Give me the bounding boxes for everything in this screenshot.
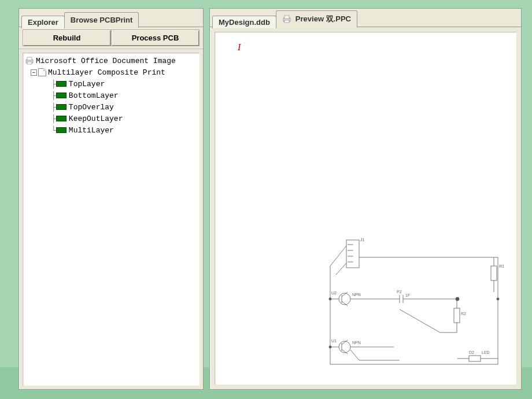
tab-mydesign-label: MyDesign.ddb <box>219 18 270 27</box>
tab-preview[interactable]: Preview 双.PPC <box>276 10 357 28</box>
printer-icon <box>25 57 34 65</box>
preview-canvas[interactable]: I <box>213 31 518 386</box>
tree-root[interactable]: Microsoft Office Document Image <box>24 55 198 66</box>
tab-browse-pcbprint[interactable]: Browse PCBPrint <box>64 12 139 28</box>
svg-rect-10 <box>346 240 359 268</box>
label-npn2: NPN <box>352 341 361 345</box>
rebuild-button-label: Rebuild <box>53 34 81 42</box>
svg-rect-1 <box>27 57 32 60</box>
svg-line-17 <box>336 263 346 275</box>
layer-icon <box>56 81 66 87</box>
right-tab-row: MyDesign.ddb Preview 双.PPC <box>210 9 521 27</box>
svg-point-21 <box>339 293 350 305</box>
svg-point-47 <box>329 298 331 300</box>
tree-root-label: Microsoft Office Document Image <box>36 57 176 65</box>
tree-line: ├ <box>51 114 56 123</box>
label-j1: J1 <box>360 238 365 242</box>
svg-rect-31 <box>454 308 460 323</box>
document-icon <box>38 68 46 76</box>
tree-line: ├ <box>51 103 56 112</box>
svg-line-38 <box>342 340 348 345</box>
tree-layer-label: KeepOutLayer <box>69 114 123 123</box>
rebuild-button[interactable]: Rebuild <box>23 29 111 46</box>
button-row: Rebuild Process PCB <box>19 27 203 49</box>
svg-rect-44 <box>469 356 481 361</box>
printer-icon <box>282 15 291 23</box>
tree-line: ├ <box>51 91 56 100</box>
layer-icon <box>56 127 66 133</box>
tab-explorer[interactable]: Explorer <box>21 16 65 28</box>
tree-view[interactable]: Microsoft Office Document Image − Multil… <box>21 51 201 387</box>
tree-line: ├ <box>51 80 56 88</box>
tree-layer-topoverlay[interactable]: ├ TopOverlay <box>24 101 198 113</box>
label-p2: P2 <box>397 290 402 294</box>
label-u1: U1 <box>331 339 337 343</box>
tree-composite-label: Multilayer Composite Print <box>48 68 165 77</box>
tree-layer-label: TopLayer <box>69 80 105 88</box>
label-r1: R1 <box>499 264 504 268</box>
label-u2: U2 <box>331 291 337 295</box>
tree-layer-toplayer[interactable]: ├ TopLayer <box>24 78 198 90</box>
svg-point-30 <box>456 297 459 301</box>
text-cursor: I <box>238 42 241 53</box>
left-panel: Explorer Browse PCBPrint Rebuild Process… <box>19 8 204 390</box>
tree-layer-label: TopOverlay <box>69 103 114 112</box>
svg-point-36 <box>339 341 350 353</box>
tree-line: └ <box>51 126 56 135</box>
svg-rect-2 <box>27 62 32 64</box>
svg-line-42 <box>350 350 359 360</box>
svg-line-39 <box>342 349 348 354</box>
layer-icon <box>56 93 66 98</box>
svg-point-48 <box>329 346 331 348</box>
tab-explorer-label: Explorer <box>28 18 58 27</box>
left-tab-row: Explorer Browse PCBPrint <box>19 9 203 27</box>
svg-line-34 <box>400 309 440 332</box>
tree-layer-bottomlayer[interactable]: ├ BottomLayer <box>24 90 198 101</box>
layer-icon <box>56 116 66 121</box>
circuit-diagram: J1 R1 U2 NPN P2 1F R2 U1 NPN D2 LED <box>324 234 509 379</box>
svg-line-24 <box>342 301 348 306</box>
label-d2: D2 <box>469 350 474 354</box>
svg-rect-18 <box>491 266 497 280</box>
tree-layer-keepoutlayer[interactable]: ├ KeepOutLayer <box>24 113 198 124</box>
label-r2: R2 <box>461 312 466 316</box>
tab-browse-pcbprint-label: Browse PCBPrint <box>71 16 133 24</box>
tree-layer-label: MultiLayer <box>69 126 114 135</box>
tree-collapse-icon[interactable]: − <box>31 69 37 76</box>
svg-point-49 <box>497 298 499 300</box>
svg-line-23 <box>342 292 348 297</box>
process-pcb-button-label: Process PCB <box>132 34 179 42</box>
process-pcb-button[interactable]: Process PCB <box>111 29 200 46</box>
tree-layer-label: BottomLayer <box>69 91 119 100</box>
label-npn1: NPN <box>352 293 361 297</box>
tab-mydesign[interactable]: MyDesign.ddb <box>212 16 276 28</box>
label-cap: 1F <box>405 293 410 297</box>
tab-preview-label: Preview 双.PPC <box>295 14 351 24</box>
tree-composite[interactable]: − Multilayer Composite Print <box>24 66 198 78</box>
svg-line-15 <box>330 246 346 266</box>
svg-rect-4 <box>285 16 289 19</box>
right-panel: MyDesign.ddb Preview 双.PPC I <box>209 8 522 390</box>
tree-layer-multilayer[interactable]: └ MultiLayer <box>24 124 198 136</box>
svg-rect-5 <box>285 20 289 23</box>
layer-icon <box>56 104 66 110</box>
label-led: LED <box>482 350 490 354</box>
